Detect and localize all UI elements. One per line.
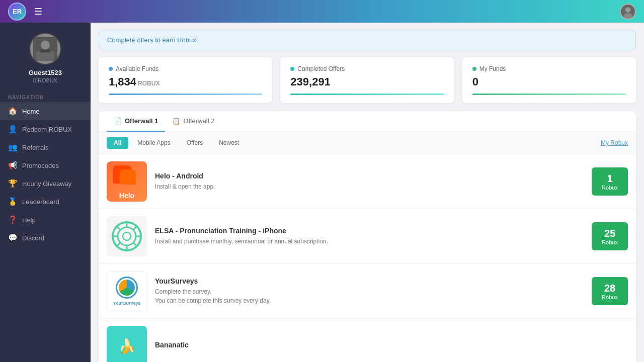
offer-title: YourSurveys [155,277,584,285]
sidebar-item-label: Promocodes [22,162,59,169]
stats-row: Available Funds 1,834ROBUX Completed Off… [99,57,636,103]
avatar [29,33,61,65]
sidebar-nav-label: NAVIGATION [0,89,91,102]
main-layout: Guest1523 0 ROBUX NAVIGATION 🏠 Home 👤 Re… [0,23,644,362]
reward-num: 28 [604,283,615,294]
sidebar-item-label: Help [22,216,36,224]
tab-offerwall1[interactable]: 📄 Offerwall 1 [107,111,165,132]
offer-title: Bananatic [155,341,628,349]
stat-dot-teal [290,67,294,71]
svg-line-15 [133,226,137,230]
filter-offers[interactable]: Offers [180,137,210,149]
sidebar-item-label: Leaderboard [22,198,59,206]
sidebar-item-label: Hourly Giveaway [22,180,71,188]
stat-value: 1,834ROBUX [109,75,262,88]
svg-line-13 [117,226,120,230]
redeem-icon: 👤 [8,125,17,134]
sidebar-item-label: Discord [22,234,44,242]
tab-label: Offerwall 1 [125,117,158,125]
helo-logo: Helo [107,161,147,202]
reward-unit: Robux [602,239,618,245]
sidebar-profile: Guest1523 0 ROBUX [0,23,91,89]
sidebar-robux: 0 ROBUX [33,77,57,83]
sidebar-item-promocodes[interactable]: 📢 Promocodes [0,156,91,174]
sidebar-item-help[interactable]: ❓ Help [0,211,91,229]
stat-label-text: Completed Offers [297,65,345,72]
offerwall-tabs: 📄 Offerwall 1 📋 Offerwall 2 [99,111,636,132]
svg-line-16 [117,243,120,246]
stat-completed-offers: Completed Offers 239,291 [280,57,454,103]
sidebar-item-hourly[interactable]: 🏆 Hourly Giveaway [0,174,91,193]
offer-reward-yoursurveys[interactable]: 28 Robux [592,277,628,305]
svg-point-0 [625,7,631,13]
hamburger-menu[interactable]: ☰ [34,6,42,17]
referrals-icon: 👥 [8,143,17,152]
filter-buttons: All Mobile Apps Offers Newest [107,137,246,149]
svg-line-14 [133,243,137,246]
offer-title: ELSA - Pronunciation Training - iPhone [155,227,584,235]
main-content: Complete offers to earn Robux! Available… [91,23,644,362]
top-nav-left: ER ☰ [8,3,42,21]
svg-rect-5 [40,50,51,53]
offerwall2-icon: 📋 [172,117,180,125]
offer-desc-1: Complete the survey. [155,287,584,296]
offer-reward-elsa[interactable]: 25 Robux [592,222,628,250]
stat-my-funds: My Funds 0 [462,57,636,103]
reward-num: 25 [604,228,615,239]
earn-banner: Complete offers to earn Robux! [99,31,636,49]
offer-info: Helo - Android Install & open the app. [155,172,584,191]
sidebar-item-discord[interactable]: 💬 Discord [0,229,91,247]
app-logo[interactable]: ER [8,3,26,21]
yoursurveys-circle [116,277,138,299]
offer-title: Helo - Android [155,172,584,180]
reward-unit: Robux [602,185,618,191]
sidebar-item-label: Referrals [22,144,49,151]
offer-desc-2: You can be complete this survey every da… [155,296,584,305]
stat-dot-blue [109,67,113,71]
my-robux-link[interactable]: My Robux [601,139,628,146]
yoursurveys-logo: YourSurveys [107,271,147,311]
stat-dot-green [472,67,476,71]
sidebar-item-referrals[interactable]: 👥 Referrals [0,138,91,156]
top-navigation: ER ☰ [0,0,644,23]
svg-point-1 [623,13,632,18]
stat-label-text: My Funds [479,65,506,72]
offer-item-bananatic: 🍌 Bananatic [99,319,636,362]
helo-bubble2 [120,169,136,185]
offer-info: Bananatic [155,341,628,351]
offer-item-yoursurveys: YourSurveys YourSurveys Complete the sur… [99,264,636,319]
stat-value: 0 [472,75,626,88]
reward-unit: Robux [602,294,618,300]
sidebar-item-label: Home [22,108,40,115]
stat-bar [109,94,262,95]
filter-all[interactable]: All [107,137,128,149]
yoursurveys-text: YourSurveys [113,301,141,306]
sidebar: Guest1523 0 ROBUX NAVIGATION 🏠 Home 👤 Re… [0,23,91,362]
elsa-logo [111,220,143,252]
stat-available-funds: Available Funds 1,834ROBUX [99,57,272,103]
sidebar-item-home[interactable]: 🏠 Home [0,102,91,120]
offer-reward-helo[interactable]: 1 Robux [592,167,628,196]
top-nav-right [620,4,636,20]
bananatic-logo: 🍌 [107,326,147,362]
filter-mobile-apps[interactable]: Mobile Apps [130,137,177,149]
offerwall1-icon: 📄 [114,117,122,125]
filter-newest[interactable]: Newest [212,137,246,149]
sidebar-item-redeem[interactable]: 👤 Redeem ROBUX [0,120,91,138]
stat-value: 239,291 [290,75,444,88]
helo-text: Helo [119,192,134,200]
filter-row: All Mobile Apps Offers Newest My Robux [99,132,636,154]
sidebar-username: Guest1523 [29,69,62,76]
sidebar-item-leaderboard[interactable]: 🥇 Leaderboard [0,193,91,211]
sidebar-item-label: Redeem ROBUX [22,126,72,133]
stat-bar [290,94,444,95]
promocodes-icon: 📢 [8,161,17,170]
user-avatar[interactable] [620,4,636,20]
help-icon: ❓ [8,215,17,224]
tab-offerwall2[interactable]: 📋 Offerwall 2 [165,111,221,132]
banner-text: Complete offers to earn Robux! [107,36,198,44]
offerwall-card: 📄 Offerwall 1 📋 Offerwall 2 All Mobile A… [99,111,636,362]
offer-item-elsa: ELSA - Pronunciation Training - iPhone I… [99,209,636,264]
offer-info: ELSA - Pronunciation Training - iPhone I… [155,227,584,246]
offer-item-helo: Helo Helo - Android Install & open the a… [99,154,636,209]
